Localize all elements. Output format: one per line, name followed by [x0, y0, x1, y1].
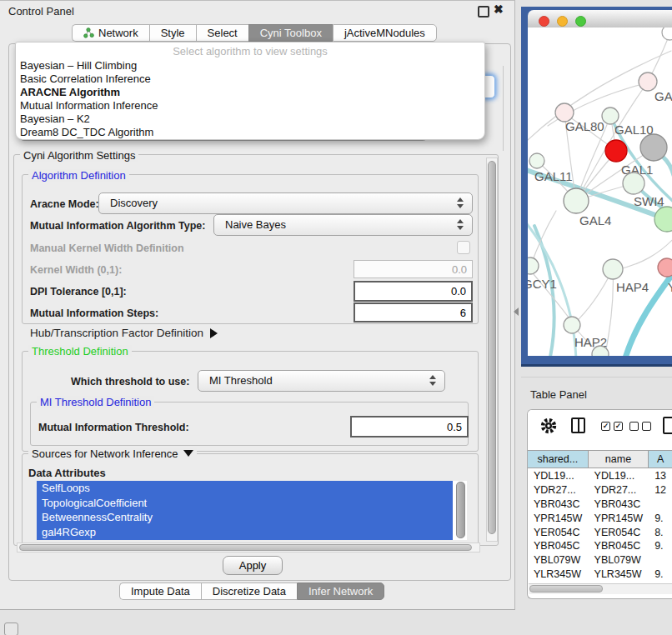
table-cell[interactable]: YBR045C — [528, 539, 589, 553]
minimized-panel-button[interactable] — [4, 622, 18, 635]
mi-steps-field[interactable] — [354, 302, 473, 322]
data-attribute-item-betweennesscentrality[interactable]: BetweennessCentrality — [37, 510, 453, 525]
select-all-columns-icon[interactable]: ✓✓ — [601, 422, 623, 431]
data-attribute-item-gal4rgexp[interactable]: gal4RGexp — [37, 525, 453, 540]
table-cell[interactable]: 9. — [649, 539, 672, 553]
table-row[interactable]: YLR345WYLR345W9. — [528, 568, 672, 582]
hub-definition-toggle[interactable]: Hub/Transcription Factor Definition — [30, 327, 218, 339]
table-cell[interactable]: YBR045C — [589, 539, 649, 553]
tab-label: Discretize Data — [213, 582, 286, 600]
table-cell[interactable]: YLR345W — [589, 568, 649, 582]
zoom-traffic-light-icon[interactable] — [575, 16, 586, 27]
column-header-name[interactable]: name — [589, 451, 649, 468]
network-node-gal10[interactable] — [602, 108, 619, 124]
sources-legend[interactable]: Sources for Network Inference — [28, 448, 197, 460]
table-cell[interactable]: 8. — [649, 526, 672, 540]
aracne-mode-combo[interactable]: Discovery — [98, 192, 473, 214]
gear-icon[interactable] — [539, 417, 558, 435]
table-cell[interactable]: YDR27... — [528, 483, 589, 498]
mi-algorithm-type-combo[interactable]: Naive Bayes — [213, 214, 473, 236]
table-cell[interactable]: YER054C — [528, 526, 589, 540]
close-traffic-light-icon[interactable] — [539, 16, 549, 27]
settings-horizontal-scrollbar[interactable] — [17, 542, 480, 552]
table-cell[interactable]: YDL19... — [589, 469, 649, 483]
network-node-swi4[interactable] — [654, 207, 672, 232]
table-cell[interactable]: YBL079W — [528, 553, 589, 568]
network-node-gal1[interactable] — [605, 140, 627, 162]
tab-cyni-toolbox[interactable]: Cyni Toolbox — [248, 24, 333, 42]
algorithm-option-mutual-information-inference[interactable]: Mutual Information Inference — [16, 99, 484, 112]
table-row[interactable]: YDR27...YDR27...12 — [528, 483, 672, 498]
apply-button[interactable]: Apply — [223, 556, 283, 575]
which-threshold-combo[interactable]: MI Threshold — [198, 370, 445, 392]
network-edge[interactable] — [534, 226, 554, 356]
table-cell[interactable]: 12 — [649, 483, 672, 498]
algorithm-option-basic-correlation-inference[interactable]: Basic Correlation Inference — [16, 72, 484, 86]
dpi-tolerance-field[interactable] — [354, 281, 473, 302]
table-row[interactable]: YBL079WYBL079W — [528, 553, 672, 568]
table-row[interactable]: YDL19...YDL19...13 — [528, 469, 672, 483]
data-attribute-item-selfloops[interactable]: SelfLoops — [37, 481, 453, 496]
table-horizontal-scrollbar[interactable] — [529, 583, 672, 594]
network-canvas[interactable]: GALGAL80GAL10GAL1GAL11GAL4SWI4GCY1HAP4YH… — [528, 28, 672, 356]
network-node-y[interactable] — [658, 258, 672, 277]
column-header-shared-[interactable]: shared... — [528, 451, 589, 468]
settings-vertical-scrollbar[interactable] — [486, 158, 498, 542]
network-edge[interactable] — [649, 34, 669, 79]
table-cell[interactable]: YDR27... — [589, 483, 649, 498]
table-cell[interactable]: 9. — [649, 512, 672, 526]
network-node[interactable] — [640, 134, 667, 161]
tab-jactivemnodules[interactable]: jActiveMNodules — [333, 24, 437, 42]
network-node-gcy1[interactable] — [528, 258, 539, 274]
algorithm-option-dream8-dc-tdc-algorithm[interactable]: Dream8 DC_TDC Algorithm — [16, 126, 484, 139]
table-cell[interactable]: YPR145W — [528, 512, 589, 526]
algorithm-option-bayesian-k2[interactable]: Bayesian – K2 — [16, 112, 484, 126]
close-icon[interactable]: ✖ — [494, 2, 504, 16]
table-row[interactable]: YER054CYER054C8. — [528, 526, 672, 540]
tab-infer-network[interactable]: Infer Network — [297, 582, 384, 600]
table-row[interactable]: YPR145WYPR145W9. — [528, 512, 672, 526]
tab-discretize-data[interactable]: Discretize Data — [201, 582, 297, 600]
columns-icon[interactable] — [571, 418, 585, 433]
table-cell[interactable] — [649, 498, 672, 512]
network-node-hap4[interactable] — [603, 259, 623, 279]
manual-kernel-width-checkbox[interactable] — [457, 241, 470, 254]
table-cell[interactable]: YBL079W — [589, 553, 649, 568]
network-node-gal[interactable] — [639, 72, 657, 91]
table-cell[interactable]: 9. — [649, 568, 672, 582]
table-cell[interactable]: 13 — [649, 469, 672, 483]
algorithm-option-aracne-algorithm[interactable]: ARACNE Algorithm — [16, 86, 484, 99]
network-node[interactable] — [623, 172, 644, 194]
table-cell[interactable] — [649, 553, 672, 568]
splitter-collapse-icon[interactable] — [514, 308, 519, 316]
table-cell[interactable]: YLR345W — [528, 568, 589, 582]
deselect-all-columns-icon[interactable] — [629, 422, 651, 431]
network-node-gal11[interactable] — [529, 153, 544, 168]
file-icon[interactable] — [663, 417, 672, 434]
network-node-gal4[interactable] — [564, 188, 589, 213]
list-vertical-scrollbar[interactable] — [456, 482, 465, 538]
float-window-icon[interactable] — [478, 6, 489, 18]
mi-threshold-field[interactable] — [350, 416, 469, 438]
tab-select[interactable]: Select — [196, 24, 248, 42]
network-node-hap2[interactable] — [564, 317, 580, 333]
table-cell[interactable]: YER054C — [589, 526, 649, 540]
data-attribute-item-topologicalcoefficient[interactable]: TopologicalCoefficient — [37, 496, 453, 511]
network-window-titlebar[interactable] — [528, 10, 672, 28]
table-cell[interactable]: YBR043C — [528, 498, 589, 512]
column-header-a[interactable]: A — [649, 451, 672, 468]
data-attributes-list[interactable]: SelfLoopsTopologicalCoefficientBetweenne… — [37, 481, 467, 540]
table-panel: ✓✓ shared...nameA YDL19...YDL19...13YDR2… — [527, 409, 672, 599]
table-row[interactable]: YBR043CYBR043C — [528, 498, 672, 512]
tab-style[interactable]: Style — [149, 24, 196, 42]
table-row[interactable]: YBR045CYBR045C9. — [528, 539, 672, 553]
table-cell[interactable]: YPR145W — [589, 512, 649, 526]
table-cell[interactable]: YDL19... — [528, 469, 589, 483]
tab-impute-data[interactable]: Impute Data — [119, 582, 201, 600]
network-node[interactable] — [662, 28, 672, 40]
algorithm-option-bayesian-hill-climbing[interactable]: Bayesian – Hill Climbing — [16, 59, 484, 72]
kernel-width-field[interactable] — [354, 260, 473, 278]
tab-network[interactable]: Network — [72, 24, 149, 42]
table-cell[interactable]: YBR043C — [589, 498, 649, 512]
minimize-traffic-light-icon[interactable] — [557, 16, 568, 27]
